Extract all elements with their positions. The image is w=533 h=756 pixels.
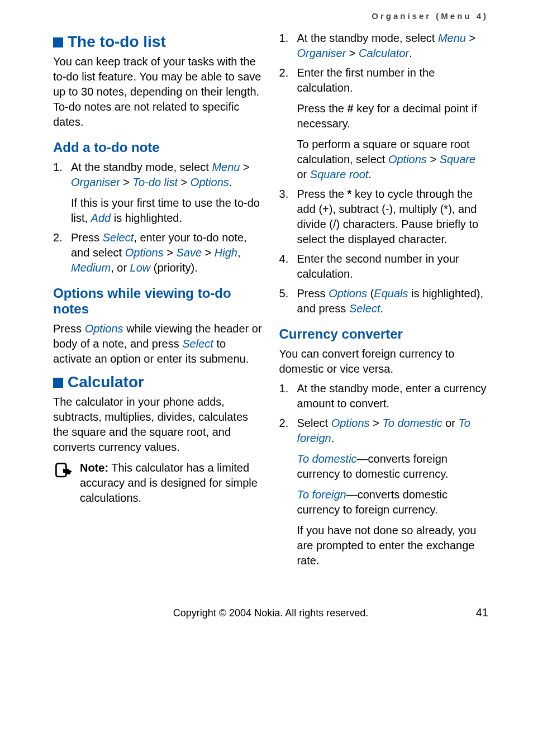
calc-step-4: Enter the second number in your calculat… <box>279 251 489 282</box>
square-bullet-icon <box>53 378 63 388</box>
section-todo-title: The to-do list <box>53 33 263 51</box>
note-text: Note: This calculator has a limited accu… <box>80 460 263 506</box>
calc-step-3: Press the * key to cycle through the add… <box>279 187 489 247</box>
note-block: Note: This calculator has a limited accu… <box>53 460 263 506</box>
copyright: Copyright © 2004 Nokia. All rights reser… <box>87 607 455 619</box>
add-todo-steps: At the standby mode, select Menu > Organ… <box>53 160 263 275</box>
footer: Copyright © 2004 Nokia. All rights reser… <box>53 606 488 619</box>
cc-steps: At the standby mode, enter a currency am… <box>279 381 489 568</box>
left-column: The to-do list You can keep track of you… <box>53 26 263 573</box>
sub-options-viewing: Options while viewing to-do notes <box>53 286 263 317</box>
right-column: At the standby mode, select Menu > Organ… <box>279 26 489 573</box>
cc-step-1: At the standby mode, enter a currency am… <box>279 381 489 411</box>
calc-step-5: Press Options (Equals is highlighted), a… <box>279 286 489 316</box>
calc-step-2: Enter the first number in the calculatio… <box>279 65 489 182</box>
page-header: Organiser (Menu 4) <box>53 11 488 21</box>
section-calc-title: Calculator <box>53 373 263 391</box>
todo-intro: You can keep track of your tasks with th… <box>53 54 263 130</box>
note-icon <box>53 460 73 506</box>
calc-steps: At the standby mode, select Menu > Organ… <box>279 31 489 316</box>
cc-intro: You can convert foreign currency to dome… <box>279 346 489 377</box>
add-step-1: At the standby mode, select Menu > Organ… <box>53 160 263 226</box>
page-number: 41 <box>455 606 488 619</box>
options-viewing-para: Press Options while viewing the header o… <box>53 321 263 367</box>
sub-currency-converter: Currency converter <box>279 326 489 342</box>
sub-add-todo: Add a to-do note <box>53 140 263 155</box>
calc-intro: The calculator in your phone adds, subtr… <box>53 394 263 455</box>
add-step-2: Press Select, enter your to-do note, and… <box>53 230 263 275</box>
cc-step-2: Select Options > To domestic or To forei… <box>279 416 489 568</box>
square-bullet-icon <box>53 37 63 47</box>
calc-step-1: At the standby mode, select Menu > Organ… <box>279 31 489 61</box>
